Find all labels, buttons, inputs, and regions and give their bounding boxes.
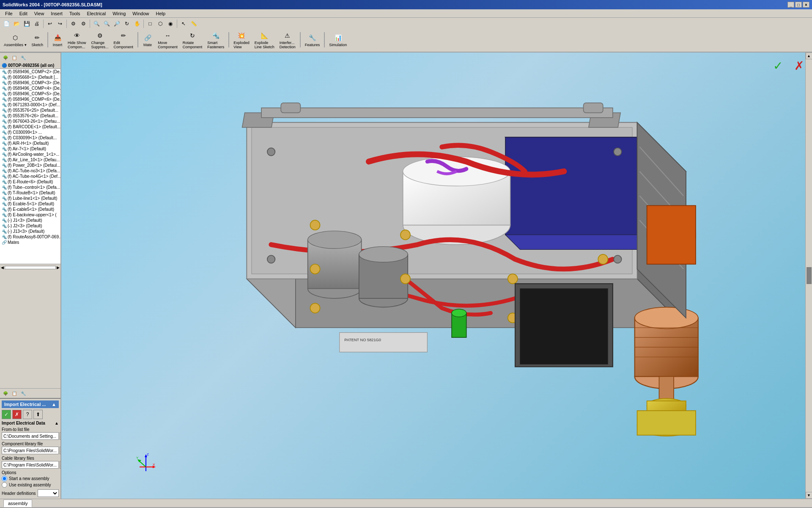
import-data-header[interactable]: Import Electrical Data ▲ xyxy=(2,421,59,425)
exploded-view-button[interactable]: 💥 ExplodedView xyxy=(231,29,252,50)
maximize-button[interactable]: □ xyxy=(795,2,802,8)
list-item[interactable]: 🔩 (-) J1<3> (Default) xyxy=(0,218,60,223)
config-manager-tab[interactable]: 🔧 xyxy=(19,54,27,61)
config-tab2[interactable]: 🔧 xyxy=(19,389,27,397)
list-item[interactable]: 🔩 (f) BARCODE<1> (Default... xyxy=(0,124,60,130)
list-item[interactable]: 🔩 (f) 0676043-26<1> (Defau... xyxy=(0,119,60,124)
viewport[interactable]: ✓ ✗ xyxy=(61,52,812,499)
list-item[interactable]: 🔩 (f) AC-Tube-no3<1> (Defa... xyxy=(0,168,60,174)
list-item[interactable]: 🔩 (f) 0671283-0000<1> (Def... xyxy=(0,102,60,108)
from-to-input[interactable] xyxy=(2,432,59,440)
import-help-button[interactable]: ? xyxy=(23,410,32,419)
radio-new-assembly[interactable] xyxy=(2,476,7,481)
list-item[interactable]: 🔩 (f) 0589496_COMP<4> (De... xyxy=(0,86,60,91)
new-button[interactable]: 📄 xyxy=(2,19,11,28)
undo-button[interactable]: ↩ xyxy=(45,19,55,28)
tree-body[interactable]: 🔩 (f) 0589496_COMP<2> (De... 🔩 (f) 06956… xyxy=(0,69,60,264)
tree-scroll-right[interactable]: ▶ xyxy=(57,265,60,270)
options-button[interactable]: ⚙ xyxy=(79,19,88,28)
list-item[interactable]: 🔗 Mates xyxy=(0,240,60,245)
menu-tools[interactable]: Tools xyxy=(66,10,84,17)
list-item[interactable]: 🔩 (f) AIR-H<1> (Default) xyxy=(0,141,60,146)
list-item[interactable]: 🔩 (f) 0553576<25> (Default... xyxy=(0,108,60,113)
list-item[interactable]: 🔩 (f) Power_20B<1> (Defaul... xyxy=(0,163,60,168)
menu-view[interactable]: View xyxy=(31,10,48,17)
pan-button[interactable]: ✋ xyxy=(132,19,142,28)
scroll-up[interactable]: ▲ xyxy=(806,52,812,59)
list-item[interactable]: 🔩 (f) C030099<1> ... xyxy=(0,130,60,135)
list-item[interactable]: 🔩 (f) 0589496_COMP<2> (De... xyxy=(0,69,60,75)
print-button[interactable]: 🖨 xyxy=(32,19,41,28)
smart-fasteners-button[interactable]: 🔩 SmartFasteners xyxy=(205,29,226,50)
menu-window[interactable]: Window xyxy=(129,10,152,17)
list-item[interactable]: 🔩 (f) 0553576<26> (Default... xyxy=(0,113,60,119)
list-item[interactable]: 🔩 (f) Ecable-5<1> (Default) xyxy=(0,201,60,207)
list-item[interactable]: 🔩 (-) J2<3> (Default) xyxy=(0,223,60,229)
menu-file[interactable]: File xyxy=(2,10,16,17)
measure-button[interactable]: 📏 xyxy=(189,19,198,28)
list-item[interactable]: 🔩 (f) AC-Tube-no4G<1> (Def... xyxy=(0,174,60,179)
zoom-in-button[interactable]: 🔍 xyxy=(102,19,111,28)
cable-lib-input[interactable] xyxy=(2,461,59,469)
menu-help[interactable]: Help xyxy=(152,10,169,17)
menu-insert[interactable]: Insert xyxy=(47,10,66,17)
rotate-view-button[interactable]: ↻ xyxy=(122,19,132,28)
rotate-component-button[interactable]: ↻ RotateComponent xyxy=(181,29,205,50)
list-item[interactable]: 🔩 (f) RouteAssy8-00TOP-069... xyxy=(0,234,60,240)
property-tab2[interactable]: 📋 xyxy=(11,389,18,397)
component-lib-input[interactable] xyxy=(2,447,59,454)
import-confirm-button[interactable]: ✓ xyxy=(2,410,11,419)
assembly-tab[interactable]: assembly xyxy=(3,500,32,507)
explode-line-button[interactable]: 📐 ExplodeLine Sketch xyxy=(252,29,277,50)
wireframe-button[interactable]: ⬡ xyxy=(156,19,165,28)
list-item[interactable]: 🔩 (f) AirCooling-water_1<1>... xyxy=(0,152,60,157)
feature-manager-tab[interactable]: 🌳 xyxy=(2,54,9,61)
list-item[interactable]: 🔩 (f) E-Route<6> (Default) xyxy=(0,179,60,185)
sketch-button[interactable]: ✏ Sketch xyxy=(30,31,46,48)
insert-button[interactable]: 📥 Insert xyxy=(50,31,65,48)
zoom-fit-button[interactable]: 🔍 xyxy=(92,19,101,28)
list-item[interactable]: 🔩 (f) Air_Line_10<1> (Defau... xyxy=(0,157,60,163)
interference-button[interactable]: ⚠ Interfer...Detection xyxy=(277,29,298,50)
property-manager-tab[interactable]: 📋 xyxy=(11,54,18,61)
list-item[interactable]: 🔩 (-) J13<3> (Default) xyxy=(0,229,60,234)
features-button[interactable]: 🔧 Features xyxy=(303,31,322,48)
titlebar-controls[interactable]: _ □ × xyxy=(787,2,809,8)
list-item[interactable]: 🔩 (f) Air-7<1> (Default) xyxy=(0,146,60,152)
radio-existing-assembly[interactable] xyxy=(2,482,7,488)
confirm-button[interactable]: ✓ xyxy=(769,57,787,75)
import-cancel-button[interactable]: ✗ xyxy=(12,410,22,419)
menu-edit[interactable]: Edit xyxy=(16,10,31,17)
select-button[interactable]: ↖ xyxy=(179,19,188,28)
list-item[interactable]: 🔩 (f) 0589496_COMP<3> (De... xyxy=(0,80,60,86)
list-item[interactable]: 🔩 (f) 0589496_COMP<6> (De... xyxy=(0,97,60,102)
shaded-button[interactable]: ◉ xyxy=(166,19,175,28)
rebuild-button[interactable]: ⚙ xyxy=(69,19,78,28)
scroll-down[interactable]: ▼ xyxy=(806,492,812,499)
mate-button[interactable]: 🔗 Mate xyxy=(140,31,155,48)
feature-manager-tab2[interactable]: 🌳 xyxy=(2,389,9,397)
list-item[interactable]: 🔩 (f) E-backview-upper<1> ( xyxy=(0,212,60,218)
menu-wiring[interactable]: Wiring xyxy=(109,10,129,17)
import-data-toggle[interactable]: ▲ xyxy=(55,421,59,425)
view-orient-button[interactable]: □ xyxy=(145,19,155,28)
list-item[interactable]: 🔩 (f) 0589496_COMP<5> (De... xyxy=(0,91,60,97)
header-def-dropdown[interactable] xyxy=(38,489,59,497)
menu-electrical[interactable]: Electrical xyxy=(84,10,110,17)
redo-button[interactable]: ↪ xyxy=(55,19,65,28)
save-button[interactable]: 💾 xyxy=(22,19,31,28)
minimize-button[interactable]: _ xyxy=(787,2,794,8)
list-item[interactable]: 🔩 (f) Tube--control<1> (Defa... xyxy=(0,185,60,190)
viewport-scrollbar[interactable]: ▲ ▼ xyxy=(805,52,812,499)
zoom-out-button[interactable]: 🔎 xyxy=(112,19,121,28)
list-item[interactable]: 🔩 (f) E-cable5<1> (Default) xyxy=(0,207,60,212)
list-item[interactable]: 🔩 (f) C030099<1> (Default... xyxy=(0,135,60,141)
import-panel-collapse[interactable]: ▲ xyxy=(52,402,56,407)
list-item[interactable]: 🔩 (f) 0695668<1> (Default [... xyxy=(0,75,60,80)
list-item[interactable]: 🔩 (f) T-RouteB<1> (Default) xyxy=(0,190,60,196)
edit-component-button[interactable]: ✏ EditComponent xyxy=(112,29,136,50)
open-button[interactable]: 📂 xyxy=(12,19,21,28)
import-panel-header[interactable]: Import Electrical ... ▲ xyxy=(2,400,59,408)
move-component-button[interactable]: ↔ MoveComponent xyxy=(156,29,180,50)
close-button[interactable]: × xyxy=(803,2,809,8)
